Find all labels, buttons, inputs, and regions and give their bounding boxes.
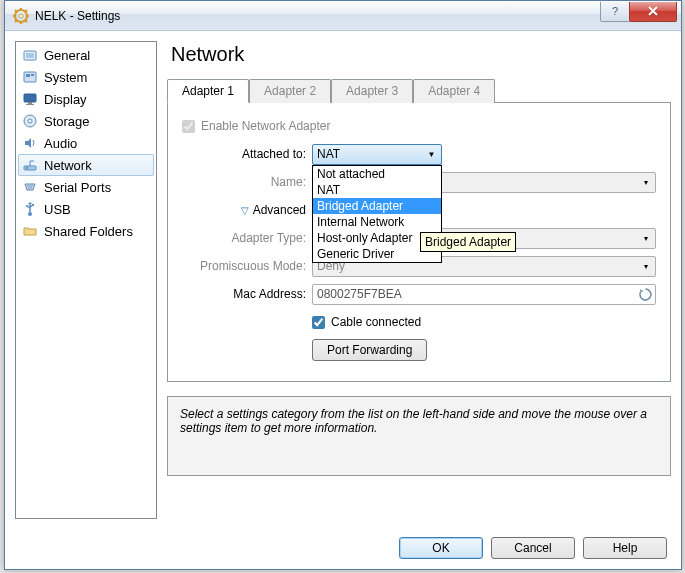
cable-connected-checkbox[interactable] <box>312 316 325 329</box>
sidebar-item-storage[interactable]: Storage <box>18 110 154 132</box>
advanced-toggle[interactable]: ▽ Advanced <box>241 203 306 217</box>
svg-point-26 <box>28 187 29 188</box>
page-title: Network <box>167 41 671 78</box>
svg-point-23 <box>27 185 28 186</box>
tab-row: Adapter 1 Adapter 2 Adapter 3 Adapter 4 <box>167 78 671 103</box>
hint-box: Select a settings category from the list… <box>167 396 671 476</box>
svg-point-20 <box>28 119 32 123</box>
svg-text:?: ? <box>612 5 618 17</box>
sidebar-item-display[interactable]: Display <box>18 88 154 110</box>
audio-icon <box>22 135 38 151</box>
ok-button[interactable]: OK <box>399 537 483 559</box>
network-icon <box>22 157 38 173</box>
svg-point-30 <box>26 205 28 207</box>
svg-rect-16 <box>24 94 36 102</box>
svg-rect-17 <box>28 102 32 104</box>
usb-icon <box>22 201 38 217</box>
option-nat[interactable]: NAT <box>313 182 441 198</box>
svg-line-6 <box>15 10 17 12</box>
svg-rect-18 <box>26 104 34 105</box>
svg-rect-21 <box>24 166 36 170</box>
sidebar-item-shared-folders[interactable]: Shared Folders <box>18 220 154 242</box>
sidebar-item-label: Network <box>44 158 92 173</box>
chevron-down-icon: ▼ <box>424 147 439 162</box>
serial-icon <box>22 179 38 195</box>
window-buttons: ? <box>601 2 677 22</box>
window-title: NELK - Settings <box>35 9 601 23</box>
sidebar-item-usb[interactable]: USB <box>18 198 154 220</box>
sidebar-item-system[interactable]: System <box>18 66 154 88</box>
cable-connected-label: Cable connected <box>331 315 421 329</box>
svg-line-9 <box>25 10 27 12</box>
sidebar-item-label: Audio <box>44 136 77 151</box>
help-window-button[interactable]: ? <box>600 2 630 22</box>
svg-point-22 <box>26 167 28 169</box>
svg-point-27 <box>30 187 31 188</box>
svg-rect-14 <box>26 74 30 77</box>
cancel-button[interactable]: Cancel <box>491 537 575 559</box>
system-icon <box>22 69 38 85</box>
svg-line-7 <box>25 20 27 22</box>
svg-rect-31 <box>32 204 34 206</box>
promiscuous-label: Promiscuous Mode: <box>182 259 312 273</box>
adapter-type-label: Adapter Type: <box>182 231 312 245</box>
enable-adapter-label: Enable Network Adapter <box>201 119 330 133</box>
chevron-down-icon: ▾ <box>638 175 653 190</box>
name-label: Name: <box>182 175 312 189</box>
option-not-attached[interactable]: Not attached <box>313 166 441 182</box>
storage-icon <box>22 113 38 129</box>
sidebar-item-label: Serial Ports <box>44 180 111 195</box>
svg-rect-12 <box>26 53 34 58</box>
sidebar-item-label: USB <box>44 202 71 217</box>
sidebar: General System Display Storage Audio Net… <box>15 41 157 519</box>
triangle-down-icon: ▽ <box>241 205 249 216</box>
refresh-mac-button[interactable] <box>638 287 653 302</box>
general-icon <box>22 47 38 63</box>
tab-adapter-3[interactable]: Adapter 3 <box>331 79 413 103</box>
sidebar-item-label: Shared Folders <box>44 224 133 239</box>
svg-point-24 <box>29 185 30 186</box>
close-window-button[interactable] <box>629 2 677 22</box>
chevron-down-icon: ▾ <box>638 231 653 246</box>
svg-point-28 <box>28 212 32 216</box>
sidebar-item-network[interactable]: Network <box>18 154 154 176</box>
tooltip: Bridged Adapter <box>420 232 516 252</box>
port-forwarding-button[interactable]: Port Forwarding <box>312 339 427 361</box>
settings-window: NELK - Settings ? General System Display <box>4 0 682 570</box>
chevron-down-icon: ▾ <box>638 259 653 274</box>
mac-address-input[interactable] <box>312 284 656 305</box>
option-internal-network[interactable]: Internal Network <box>313 214 441 230</box>
app-icon <box>13 8 29 24</box>
sidebar-item-serial-ports[interactable]: Serial Ports <box>18 176 154 198</box>
sidebar-item-label: General <box>44 48 90 63</box>
tab-adapter-4[interactable]: Adapter 4 <box>413 79 495 103</box>
option-bridged-adapter[interactable]: Bridged Adapter <box>313 198 441 214</box>
display-icon <box>22 91 38 107</box>
sidebar-item-label: Display <box>44 92 87 107</box>
svg-point-25 <box>31 185 32 186</box>
tab-adapter-2[interactable]: Adapter 2 <box>249 79 331 103</box>
tab-adapter-1[interactable]: Adapter 1 <box>167 79 249 103</box>
sidebar-item-audio[interactable]: Audio <box>18 132 154 154</box>
sidebar-item-general[interactable]: General <box>18 44 154 66</box>
sidebar-item-label: System <box>44 70 87 85</box>
attached-to-label: Attached to: <box>182 147 312 161</box>
svg-point-1 <box>19 14 23 18</box>
folder-icon <box>22 223 38 239</box>
svg-rect-15 <box>31 74 34 76</box>
titlebar: NELK - Settings ? <box>5 1 681 31</box>
attached-to-select[interactable]: NAT ▼ <box>312 144 442 165</box>
help-button[interactable]: Help <box>583 537 667 559</box>
sidebar-item-label: Storage <box>44 114 90 129</box>
svg-line-8 <box>15 20 17 22</box>
mac-label: Mac Address: <box>182 287 312 301</box>
enable-adapter-checkbox[interactable] <box>182 120 195 133</box>
footer: OK Cancel Help <box>399 537 667 559</box>
tab-body: Enable Network Adapter Attached to: NAT … <box>167 103 671 382</box>
main-panel: Network Adapter 1 Adapter 2 Adapter 3 Ad… <box>167 41 671 519</box>
